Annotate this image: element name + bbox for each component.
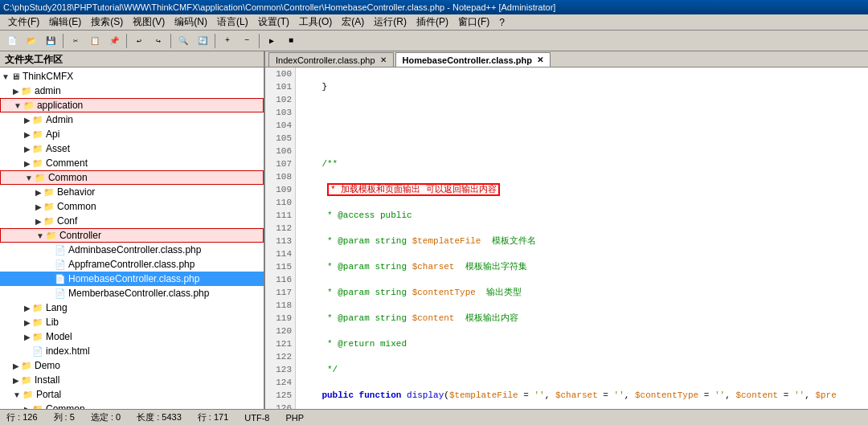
toolbar-find[interactable]: 🔍 [174,32,192,50]
menu-tools[interactable]: 工具(O) [294,14,337,31]
folder-icon: 📁 [32,158,43,169]
tree-item-Behavior[interactable]: ▶ 📁 Behavior [0,185,264,199]
menu-bar: 文件(F) 编辑(E) 搜索(S) 视图(V) 编码(N) 语言(L) 设置(T… [0,14,868,31]
tree-label: HomebaseController.class.php [68,273,199,284]
expand-icon: ▶ [24,318,31,327]
folder-icon: 📁 [32,115,43,125]
tree-item-thinkCMF[interactable]: ▼ 🖥 ThinkCMFX [0,69,264,84]
tab-indexcontroller[interactable]: IndexController.class.php ✕ [268,52,394,67]
expand-icon: ▶ [24,145,31,153]
menu-edit[interactable]: 编辑(E) [44,14,86,31]
line-num: 109 [268,183,292,196]
line-num: 123 [268,363,292,376]
code-line-111: */ [301,363,863,376]
tree-item-application[interactable]: ▼ 📁 application [0,98,264,112]
file-icon: 📄 [32,346,43,357]
expand-icon: ▶ [13,376,19,385]
tree-item-Lang[interactable]: ▶ 📁 Lang [0,300,264,315]
tree-item-Controller[interactable]: ▼ 📁 Controller [0,228,264,243]
menu-view[interactable]: 视图(V) [128,14,170,31]
line-num: 103 [268,106,292,119]
toolbar-zoom-in[interactable]: + [219,32,236,50]
tree-item-Common[interactable]: ▼ 📁 Common [0,170,264,185]
tree-item-Portal[interactable]: ▼ 📁 Portal [0,387,264,402]
toolbar-open[interactable]: 📂 [23,32,40,50]
tree-label: Common [48,172,88,183]
toolbar-cut[interactable]: ✂ [67,32,84,50]
file-panel-title: 文件夹工作区 [0,51,264,67]
tree-item-Conf[interactable]: ▶ 📁 Conf [0,214,264,228]
menu-run[interactable]: 运行(R) [369,14,411,31]
line-num: 104 [268,119,292,132]
menu-encoding[interactable]: 编码(N) [170,14,212,31]
tab-close-icon[interactable]: ✕ [380,55,387,64]
tree-item-MemberbaseController[interactable]: ▶ 📄 MemberbaseController.class.php [0,286,264,300]
code-line-103: /** [301,157,863,170]
status-length: 长度 : 5433 [137,411,182,423]
menu-language[interactable]: 语言(L) [212,14,253,31]
menu-settings[interactable]: 设置(T) [253,14,294,31]
menu-macro[interactable]: 宏(A) [337,14,369,31]
tab-homebasecontroller[interactable]: HomebaseController.class.php ✕ [395,52,551,67]
expand-icon: ▶ [35,217,42,226]
status-type: PHP [285,413,304,423]
line-num: 120 [268,325,292,337]
code-line-112: public function display($templateFile = … [301,389,863,402]
line-num: 107 [268,157,292,170]
file-tree[interactable]: ▼ 🖥 ThinkCMFX ▶ 📁 admin ▼ 📁 application … [0,67,264,409]
tree-item-Comment[interactable]: ▶ 📁 Comment [0,156,264,170]
tree-label: MemberbaseController.class.php [68,288,209,299]
tree-item-admin[interactable]: ▶ 📁 admin [0,84,264,98]
toolbar-new[interactable]: 📄 [3,32,21,50]
toolbar-undo[interactable]: ↩ [130,32,148,50]
menu-plugins[interactable]: 插件(P) [411,14,453,31]
tree-item-AppframeController[interactable]: ▶ 📄 AppframeController.class.php [0,257,264,272]
expand-icon: ▼ [2,72,10,81]
toolbar-redo[interactable]: ↪ [149,32,167,50]
toolbar-paste[interactable]: 📌 [105,32,123,50]
tree-item-HomebaseController[interactable]: ▶ 📄 HomebaseController.class.php [0,272,264,286]
code-area[interactable]: 100 101 102 103 104 105 106 107 108 109 … [265,67,868,409]
code-line-110: * @return mixed [301,337,863,350]
title-bar: C:\phpStudy2018\PHPTutorial\WWW\ThinkCMF… [0,0,868,14]
folder-icon: 📁 [32,332,43,342]
toolbar-replace[interactable]: 🔄 [194,32,211,50]
tree-item-Common2[interactable]: ▶ 📁 Common [0,199,264,214]
folder-icon: 📁 [23,390,34,400]
line-num: 124 [268,376,292,389]
toolbar-zoom-out[interactable]: − [238,32,256,50]
folder-icon: 📁 [32,404,43,410]
tab-close-icon[interactable]: ✕ [537,55,543,64]
line-num: 117 [268,286,292,299]
tree-item-PortalCommon[interactable]: ▶ 📁 Common [0,402,264,409]
line-num: 125 [268,389,292,402]
tree-item-Model[interactable]: ▶ 📁 Model [0,329,264,344]
tab-label: IndexController.class.php [276,55,375,65]
menu-window[interactable]: 窗口(F) [453,14,494,31]
tree-label: Conf [57,215,77,227]
tree-item-Api[interactable]: ▶ 📁 Api [0,127,264,141]
toolbar-run-btn[interactable]: ▶ [263,32,280,50]
tree-item-Admin[interactable]: ▶ 📁 Admin [0,112,264,127]
menu-search[interactable]: 搜索(S) [86,14,128,31]
toolbar-stop[interactable]: ■ [282,32,300,50]
tree-item-Demo[interactable]: ▶ 📁 Demo [0,358,264,373]
folder-icon: 📁 [21,375,32,386]
menu-file[interactable]: 文件(F) [3,14,44,31]
tree-item-indexHtml[interactable]: ▶ 📄 index.html [0,344,264,358]
tree-label: Install [35,374,59,386]
expand-icon: ▼ [13,390,21,399]
tree-item-Asset[interactable]: ▶ 📁 Asset [0,141,264,156]
toolbar-copy[interactable]: 📋 [86,32,104,50]
folder-icon: 🖥 [11,72,20,81]
menu-help[interactable]: ? [494,15,510,30]
folder-icon: 📁 [32,303,43,313]
tree-item-Lib[interactable]: ▶ 📁 Lib [0,315,264,329]
code-content[interactable]: } /** * 加载模板和页面输出 可以返回输出内容 * @access pub… [296,67,868,409]
line-num: 105 [268,132,292,145]
tree-item-AdminbaseController[interactable]: ▶ 📄 AdminbaseController.class.php [0,243,264,257]
line-num: 113 [268,235,292,247]
code-line-102 [301,132,863,145]
tree-item-Install[interactable]: ▶ 📁 Install [0,373,264,387]
toolbar-save[interactable]: 💾 [42,32,59,50]
